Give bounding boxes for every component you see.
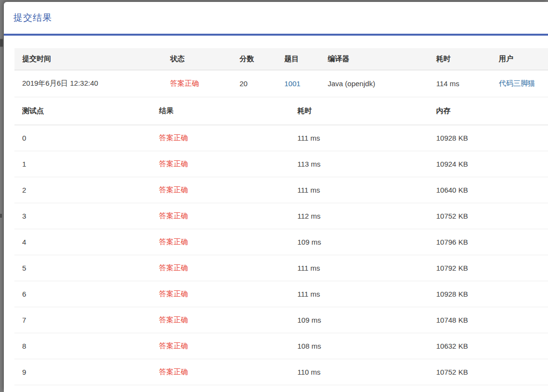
testcase-header-row: 测试点 结果 耗时 内存 [14, 97, 548, 125]
testcase-time: 111 ms [290, 125, 428, 151]
testcase-id: 8 [14, 333, 151, 359]
modal-header: 提交结果 [4, 2, 548, 34]
testcase-row: 0 答案正确 111 ms 10928 KB [14, 125, 548, 151]
testcase-memory: 10752 KB [428, 203, 548, 229]
testcase-time: 111 ms [290, 177, 428, 203]
testcase-result: 答案正确 [159, 185, 188, 194]
testcase-memory: 10928 KB [428, 281, 548, 307]
submission-time: 2019年6月6日 12:32:40 [14, 70, 162, 97]
testcase-result: 答案正确 [159, 315, 188, 324]
testcase-time: 109 ms [290, 307, 428, 333]
col-header-score: 分数 [232, 48, 277, 70]
submission-compiler: Java (openjdk) [320, 70, 428, 97]
testcase-memory: 10792 KB [428, 255, 548, 281]
testcase-id: 5 [14, 255, 151, 281]
testcase-result: 答案正确 [159, 133, 188, 142]
testcase-id: 1 [14, 151, 151, 177]
testcase-row: 7 答案正确 109 ms 10748 KB [14, 307, 548, 333]
testcase-id: 9 [14, 359, 151, 385]
testcase-time: 113 ms [290, 151, 428, 177]
testcase-id: 7 [14, 307, 151, 333]
testcase-id: 6 [14, 281, 151, 307]
testcase-memory: 10640 KB [428, 177, 548, 203]
testcase-id: 3 [14, 203, 151, 229]
submission-row: 2019年6月6日 12:32:40 答案正确 20 1001 Java (op… [14, 70, 548, 97]
submission-result-modal: 提交结果 提交时间 状态 分数 题目 编译器 耗时 用户 [4, 2, 548, 392]
testcase-row: 5 答案正确 111 ms 10792 KB [14, 255, 548, 281]
testcase-time: 109 ms [290, 229, 428, 255]
background-page-strip [0, 0, 4, 392]
col-header-compiler: 编译器 [320, 48, 428, 70]
testcase-result: 答案正确 [159, 263, 188, 272]
col-header-time-used: 耗时 [428, 48, 491, 70]
testcase-row: 2 答案正确 111 ms 10640 KB [14, 177, 548, 203]
testcase-time: 112 ms [290, 203, 428, 229]
user-link[interactable]: 代码三脚猫 [499, 79, 535, 87]
testcase-time: 108 ms [290, 333, 428, 359]
testcase-table: 测试点 结果 耗时 内存 0 答案正确 111 ms 10928 KB [14, 97, 548, 386]
testcase-result: 答案正确 [159, 237, 188, 246]
testcase-row: 9 答案正确 110 ms 10752 KB [14, 359, 548, 385]
submission-summary-table: 提交时间 状态 分数 题目 编译器 耗时 用户 2019年6月6日 12:32:… [14, 48, 548, 97]
testcase-memory: 10928 KB [428, 125, 548, 151]
modal-title: 提交结果 [13, 12, 548, 24]
testcase-row: 1 答案正确 113 ms 10924 KB [14, 151, 548, 177]
col-header-tc-time: 耗时 [290, 97, 428, 125]
col-header-testcase: 测试点 [14, 97, 151, 125]
col-header-problem: 题目 [277, 48, 320, 70]
testcase-memory: 10748 KB [428, 307, 548, 333]
testcase-time: 111 ms [290, 281, 428, 307]
testcase-row: 4 答案正确 109 ms 10796 KB [14, 229, 548, 255]
testcase-result: 答案正确 [159, 211, 188, 220]
testcase-time: 110 ms [290, 359, 428, 385]
testcase-result: 答案正确 [159, 159, 188, 168]
col-header-user: 用户 [491, 48, 548, 70]
testcase-id: 4 [14, 229, 151, 255]
testcase-id: 2 [14, 177, 151, 203]
submission-score: 20 [232, 70, 277, 97]
testcase-memory: 10796 KB [428, 229, 548, 255]
testcase-result: 答案正确 [159, 367, 188, 376]
testcase-row: 6 答案正确 111 ms 10928 KB [14, 281, 548, 307]
modal-body: 提交时间 状态 分数 题目 编译器 耗时 用户 2019年6月6日 12:32:… [4, 36, 548, 385]
testcase-row: 3 答案正确 112 ms 10752 KB [14, 203, 548, 229]
testcase-result: 答案正确 [159, 289, 188, 298]
submission-status: 答案正确 [170, 79, 199, 87]
problem-link[interactable]: 1001 [284, 79, 300, 88]
testcase-time: 111 ms [290, 255, 428, 281]
col-header-status: 状态 [162, 48, 232, 70]
submission-time-used: 114 ms [428, 70, 491, 97]
testcase-memory: 10924 KB [428, 151, 548, 177]
testcase-memory: 10752 KB [428, 359, 548, 385]
testcase-memory: 10632 KB [428, 333, 548, 359]
testcase-id: 0 [14, 125, 151, 151]
col-header-submit-time: 提交时间 [14, 48, 162, 70]
col-header-result: 结果 [151, 97, 290, 125]
submission-header-row: 提交时间 状态 分数 题目 编译器 耗时 用户 [14, 48, 548, 70]
testcase-row: 8 答案正确 108 ms 10632 KB [14, 333, 548, 359]
testcase-result: 答案正确 [159, 341, 188, 350]
col-header-memory: 内存 [428, 97, 548, 125]
